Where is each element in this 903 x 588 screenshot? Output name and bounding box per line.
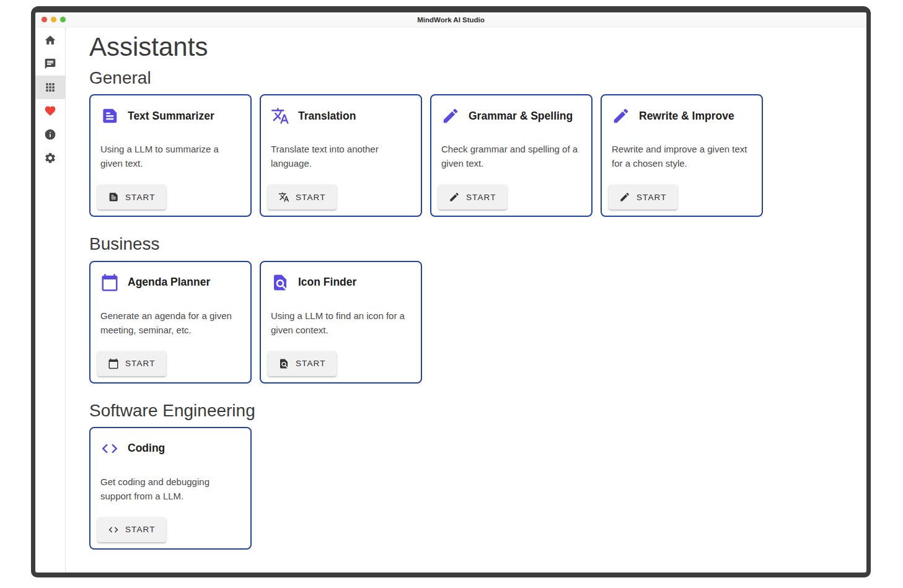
window-title: MindWork AI Studio (417, 16, 485, 24)
card-header: Coding (100, 439, 242, 458)
translate-icon (278, 191, 289, 203)
card-header: Agenda Planner (100, 273, 242, 292)
start-button-grammar-spelling[interactable]: START (438, 185, 507, 209)
card-row: Agenda Planner Generate an agenda for a … (89, 261, 866, 384)
card-title: Text Summarizer (128, 110, 214, 123)
chat-icon (44, 58, 56, 70)
card-title: Rewrite & Improve (639, 110, 734, 123)
apps-grid-icon (44, 81, 56, 94)
code-icon (100, 439, 119, 458)
card-header: Grammar & Spelling (441, 107, 583, 125)
assistant-card-icon-finder: Icon Finder Using a LLM to find an icon … (260, 261, 422, 384)
start-button-icon-finder[interactable]: START (268, 351, 337, 376)
card-icon (100, 107, 119, 125)
card-title: Icon Finder (298, 276, 356, 289)
card-row: Text Summarizer Using a LLM to summarize… (89, 94, 866, 217)
start-button-agenda-planner[interactable]: START (97, 351, 166, 376)
card-header: Text Summarizer (100, 107, 242, 125)
sidebar-item-home[interactable] (35, 29, 65, 52)
sidebar (35, 27, 66, 573)
start-button-coding[interactable]: START (97, 517, 166, 542)
minimize-window-button[interactable] (51, 17, 56, 22)
start-button-label: START (466, 193, 496, 202)
card-description: Generate an agenda for a given meeting, … (100, 309, 238, 337)
sidebar-item-about[interactable] (35, 123, 65, 146)
calendar-icon (108, 358, 119, 369)
icon-search-icon (271, 273, 289, 292)
card-icon (271, 273, 289, 292)
assistant-card-agenda-planner: Agenda Planner Generate an agenda for a … (89, 261, 252, 384)
sidebar-item-assistants[interactable] (35, 76, 65, 99)
sidebar-item-chats[interactable] (35, 52, 65, 76)
icon-search-icon (278, 358, 289, 369)
pencil-icon (619, 191, 630, 203)
card-description: Rewrite and improve a given text for a c… (612, 142, 749, 170)
card-row: Coding Get coding and debugging support … (89, 427, 866, 550)
zoom-window-button[interactable] (60, 17, 66, 22)
section-software-engineering: Software Engineering Coding Get coding a… (89, 401, 866, 550)
traffic-lights (42, 12, 66, 27)
sidebar-item-settings[interactable] (35, 146, 65, 170)
card-icon (100, 273, 119, 292)
assistant-card-rewrite-improve: Rewrite & Improve Rewrite and improve a … (601, 94, 763, 217)
window-content: MindWork AI Studio Assistants General Te… (35, 12, 866, 573)
pencil-icon (449, 191, 460, 203)
card-description: Using a LLM to find an icon for a given … (271, 309, 408, 337)
start-button-text-summarizer[interactable]: START (97, 185, 166, 209)
card-description: Translate text into another language. (271, 142, 408, 170)
card-title: Agenda Planner (128, 276, 210, 289)
assistant-card-translation: Translation Translate text into another … (260, 94, 422, 217)
start-button-translation[interactable]: START (268, 185, 337, 209)
section-business: Business Agenda Planner Generate an agen… (89, 234, 866, 383)
page-title: Assistants (89, 32, 866, 62)
assistant-card-coding: Coding Get coding and debugging support … (89, 427, 252, 550)
card-header: Translation (271, 107, 412, 125)
assistant-card-text-summarizer: Text Summarizer Using a LLM to summarize… (89, 94, 252, 217)
code-icon (108, 524, 119, 535)
card-header: Icon Finder (271, 273, 412, 292)
main-content: Assistants General Text Summarizer Using… (66, 27, 866, 573)
section-title: Business (89, 234, 866, 254)
info-icon (44, 128, 56, 141)
sidebar-item-favorites[interactable] (35, 99, 65, 123)
start-button-label: START (125, 193, 156, 202)
titlebar: MindWork AI Studio (35, 12, 866, 27)
start-button-rewrite-improve[interactable]: START (609, 185, 677, 209)
settings-gear-icon (44, 152, 56, 164)
card-icon (441, 107, 460, 125)
start-button-icon (108, 524, 119, 535)
card-title: Translation (298, 110, 356, 123)
start-button-label: START (637, 193, 667, 202)
summarize-document-icon (100, 107, 119, 125)
translate-icon (271, 107, 289, 125)
card-title: Grammar & Spelling (469, 110, 573, 123)
start-button-icon (619, 191, 630, 203)
section-title: Software Engineering (89, 401, 866, 421)
start-button-label: START (125, 525, 156, 534)
start-button-label: START (296, 359, 326, 368)
start-button-icon (278, 191, 289, 203)
heart-icon (44, 105, 56, 117)
card-description: Check grammar and spelling of a given te… (441, 142, 579, 170)
pencil-icon (612, 107, 630, 125)
card-icon (271, 107, 289, 125)
calendar-icon (100, 273, 119, 292)
card-title: Coding (128, 442, 165, 455)
section-general: General Text Summarizer Using a LLM to s… (89, 68, 866, 217)
card-description: Using a LLM to summarize a given text. (100, 142, 238, 170)
start-button-label: START (125, 359, 156, 368)
home-icon (44, 34, 56, 46)
section-title: General (89, 68, 866, 88)
summarize-document-icon (108, 191, 119, 203)
start-button-label: START (296, 193, 326, 202)
close-window-button[interactable] (42, 17, 47, 22)
start-button-icon (278, 358, 289, 369)
start-button-icon (449, 191, 460, 203)
app-window: MindWork AI Studio Assistants General Te… (31, 6, 871, 577)
start-button-icon (108, 358, 119, 369)
sections-container: General Text Summarizer Using a LLM to s… (89, 68, 866, 550)
start-button-icon (108, 191, 119, 203)
card-description: Get coding and debugging support from a … (100, 475, 238, 503)
app-body: Assistants General Text Summarizer Using… (35, 27, 866, 573)
card-icon (612, 107, 630, 125)
